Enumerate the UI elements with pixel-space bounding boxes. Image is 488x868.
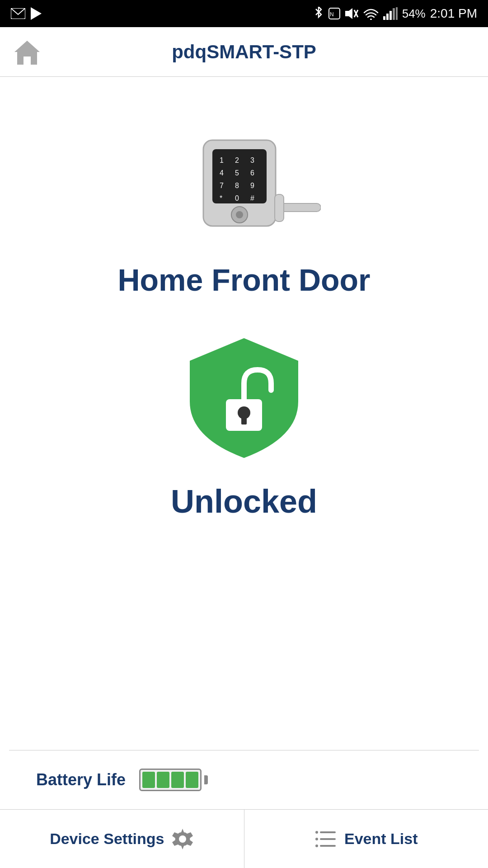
signal-icon [383, 7, 398, 20]
svg-text:*: * [220, 194, 222, 202]
main-content: 1 2 3 4 5 6 7 8 9 * 0 # Home Front Door [0, 77, 488, 809]
svg-text:N: N [330, 11, 334, 18]
battery-percentage: 54% [402, 7, 426, 21]
tab-device-settings[interactable]: Device Settings [0, 810, 244, 868]
battery-body [139, 769, 202, 791]
battery-label: Battery Life [36, 770, 126, 789]
svg-marker-5 [345, 8, 352, 19]
svg-rect-30 [275, 194, 284, 222]
gear-icon [171, 828, 194, 850]
svg-text:7: 7 [220, 182, 224, 189]
svg-point-37 [179, 835, 186, 843]
svg-rect-13 [396, 7, 398, 20]
status-left-icons [11, 7, 42, 20]
svg-text:3: 3 [250, 156, 254, 164]
svg-point-8 [370, 19, 372, 20]
bluetooth-icon [314, 7, 324, 20]
status-right-icons: N 54% 2:01 PM [314, 6, 477, 21]
status-bar: N 54% 2:01 PM [0, 0, 488, 27]
svg-text:0: 0 [235, 194, 239, 202]
app-header: pdqSMART-STP [0, 27, 488, 77]
svg-marker-14 [14, 41, 40, 65]
svg-marker-1 [31, 7, 42, 20]
mute-icon [345, 7, 359, 20]
event-list-label: Event List [344, 830, 418, 848]
battery-section: Battery Life [9, 750, 479, 809]
list-icon [314, 828, 337, 850]
svg-text:5: 5 [235, 169, 239, 177]
email-icon [11, 8, 25, 19]
svg-text:6: 6 [250, 169, 254, 177]
lock-status-text: Unlocked [171, 483, 317, 520]
battery-cell-2 [157, 772, 169, 788]
clock: 2:01 PM [430, 6, 477, 21]
svg-text:#: # [250, 194, 254, 202]
svg-text:8: 8 [235, 182, 239, 189]
svg-text:9: 9 [250, 182, 254, 189]
lock-status-icon[interactable] [181, 334, 307, 460]
svg-text:4: 4 [220, 169, 224, 177]
battery-tip [204, 775, 208, 784]
app-title: pdqSMART-STP [41, 41, 447, 63]
device-settings-label: Device Settings [50, 830, 164, 848]
svg-rect-11 [389, 11, 392, 20]
svg-rect-35 [241, 416, 247, 425]
wifi-icon [363, 7, 379, 20]
battery-cell-1 [142, 772, 155, 788]
tab-bar: Device Settings Event List [0, 809, 488, 868]
svg-rect-9 [383, 16, 385, 20]
svg-text:2: 2 [235, 156, 239, 164]
tab-event-list[interactable]: Event List [244, 810, 488, 868]
svg-rect-10 [386, 14, 389, 20]
nfc-icon: N [328, 7, 341, 20]
battery-indicator [139, 769, 208, 791]
svg-text:1: 1 [220, 156, 224, 164]
svg-rect-12 [393, 8, 395, 20]
play-icon [31, 7, 42, 20]
device-illustration: 1 2 3 4 5 6 7 8 9 * 0 # [167, 104, 321, 240]
battery-cell-4 [186, 772, 198, 788]
home-icon[interactable] [14, 38, 41, 66]
svg-point-32 [236, 211, 243, 218]
device-name: Home Front Door [117, 262, 370, 297]
battery-cell-3 [171, 772, 184, 788]
